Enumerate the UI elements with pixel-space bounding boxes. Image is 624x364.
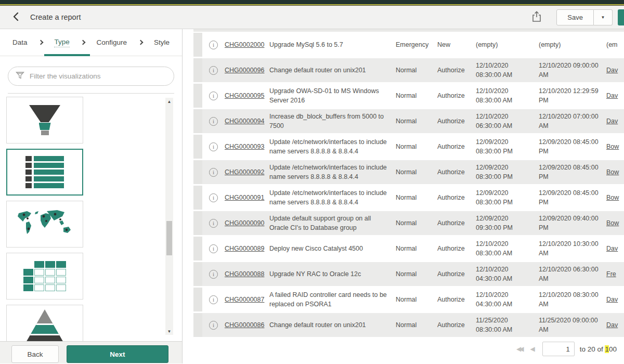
pagination-total: 00 (609, 345, 617, 353)
assigned-to-cell-truncated[interactable]: Bow (606, 186, 624, 210)
assigned-to-cell-truncated[interactable]: Bow (606, 211, 624, 235)
row-edge-strip (193, 135, 202, 159)
change-number-link[interactable]: CHG0000087 (225, 296, 264, 303)
assigned-to-cell-truncated[interactable]: Dav (606, 313, 624, 337)
planned-start-cell: 12/10/2020 08:30:00 AM (476, 84, 539, 108)
report-preview-area: i CHG0002000 Upgrade MySql 5.6 to 5.7 Em… (183, 29, 624, 363)
change-number-link[interactable]: CHG0000094 (225, 118, 264, 125)
run-button-partial[interactable] (618, 9, 624, 25)
assigned-to-cell-truncated[interactable]: Dav (606, 237, 624, 261)
info-icon[interactable]: i (209, 244, 218, 253)
scroll-down-icon[interactable]: ▼ (165, 328, 173, 335)
share-button[interactable] (531, 10, 542, 24)
change-number-link[interactable]: CHG0000095 (225, 92, 264, 99)
planned-start-cell: 11/25/2020 08:30:00 AM (476, 313, 539, 337)
priority-cell: Normal (396, 186, 437, 210)
info-icon[interactable]: i (209, 219, 218, 228)
state-cell: Authorize (437, 58, 476, 82)
change-number-link[interactable]: CHG0000089 (225, 245, 264, 252)
assigned-to-cell-truncated[interactable]: Dav (606, 109, 624, 133)
viz-card-pyramid[interactable] (6, 305, 83, 341)
pagination: ◀◀ ◀ to 20 of 100 (514, 342, 617, 356)
change-number-link[interactable]: CHG0000088 (225, 270, 264, 278)
report-header: Create a report Save ▼ (0, 6, 624, 29)
row-edge-strip (193, 186, 202, 210)
priority-cell: Normal (396, 211, 437, 235)
assigned-to-cell-truncated[interactable]: Fre (606, 262, 624, 286)
table-row: i CHG0000087 A failed RAID controller ca… (193, 288, 624, 311)
state-cell: Authorize (437, 135, 476, 159)
short-description-cell: Upgrade NY RAC to Oracle 12c (269, 262, 396, 286)
pagination-range-text: to 20 of 100 (580, 345, 617, 353)
table-row: i CHG0000086 Change default router on un… (193, 313, 624, 337)
assigned-to-cell-truncated[interactable]: Dav (606, 84, 624, 108)
priority-cell: Normal (396, 84, 437, 108)
table-row: i CHG0000093 Update /etc/network/interfa… (193, 135, 624, 159)
change-number-link[interactable]: CHG0000096 (225, 67, 264, 74)
change-number-link[interactable]: CHG0000091 (225, 194, 264, 201)
viz-list-scrollbar[interactable]: ▲ ▼ (165, 98, 173, 335)
step-data[interactable]: Data (12, 38, 28, 46)
viz-card-world-map[interactable] (6, 201, 83, 248)
scrollbar-thumb[interactable] (166, 221, 172, 255)
visualization-list: ▲ ▼ (0, 94, 182, 341)
filter-input[interactable] (30, 72, 166, 80)
wizard-next-button[interactable]: Next (67, 345, 168, 363)
info-icon[interactable]: i (209, 193, 218, 202)
change-number-link[interactable]: CHG0000090 (225, 219, 264, 227)
assigned-to-cell-truncated[interactable]: Bow (606, 160, 624, 184)
viz-card-list[interactable] (6, 149, 83, 196)
planned-end-cell: 12/09/2020 09:40:00 PM (539, 211, 606, 235)
change-number-link[interactable]: CHG0000093 (225, 143, 264, 150)
previous-page-icon[interactable]: ◀ (528, 345, 537, 353)
row-edge-strip (193, 109, 202, 133)
change-number-link[interactable]: CHG0000086 (225, 321, 264, 329)
change-number-link[interactable]: CHG0000092 (225, 168, 264, 176)
wizard-steps: Data Type Configure Style (0, 29, 182, 56)
assigned-to-cell-truncated[interactable]: Bow (606, 135, 624, 159)
info-icon[interactable]: i (209, 295, 218, 304)
info-icon[interactable]: i (209, 117, 218, 126)
page-number-input[interactable] (542, 342, 575, 356)
info-icon[interactable]: i (209, 321, 218, 330)
back-button[interactable] (9, 10, 23, 24)
short-description-cell: Change default router on unix201 (269, 58, 396, 82)
short-description-cell: Upgrade MySql 5.6 to 5.7 (269, 33, 396, 57)
info-icon[interactable]: i (209, 168, 218, 177)
assigned-to-cell-truncated[interactable]: (em (606, 33, 624, 57)
state-cell: Authorize (437, 262, 476, 286)
pagination-total-highlight: 1 (605, 345, 609, 353)
table-header-sliver (193, 29, 624, 32)
step-configure[interactable]: Configure (97, 38, 127, 46)
heatmap-chart-icon (23, 261, 66, 291)
step-style[interactable]: Style (154, 38, 170, 46)
info-icon[interactable]: i (209, 270, 218, 279)
page-title: Create a report (30, 13, 81, 21)
assigned-to-cell-truncated[interactable]: Dav (606, 58, 624, 82)
state-cell: Authorize (437, 211, 476, 235)
viz-card-funnel[interactable] (6, 97, 83, 144)
table-body: i CHG0002000 Upgrade MySql 5.6 to 5.7 Em… (193, 33, 624, 337)
priority-cell: Normal (396, 288, 437, 311)
save-button[interactable]: Save (556, 9, 594, 25)
step-separator-chevron-icon (138, 40, 143, 45)
wizard-back-button[interactable]: Back (11, 345, 59, 363)
planned-start-cell: 12/10/2020 08:30:00 AM (476, 237, 539, 261)
short-description-cell: Update default support group on all Orac… (269, 211, 396, 235)
first-page-icon[interactable]: ◀◀ (514, 345, 524, 353)
back-chevron-icon (12, 12, 20, 23)
change-number-link[interactable]: CHG0002000 (225, 41, 264, 48)
info-icon[interactable]: i (209, 41, 218, 49)
viz-card-heatmap[interactable] (6, 253, 83, 300)
info-icon[interactable]: i (209, 92, 218, 100)
info-icon[interactable]: i (209, 66, 218, 75)
planned-end-cell: 12/10/2020 09:00:00 AM (539, 58, 606, 82)
save-dropdown-button[interactable]: ▼ (594, 9, 613, 25)
priority-cell: Normal (396, 313, 437, 337)
state-cell: New (437, 33, 476, 57)
planned-end-cell: 12/10/2020 10:30:00 AM (539, 237, 606, 261)
scroll-up-icon[interactable]: ▲ (165, 98, 173, 105)
assigned-to-cell-truncated[interactable]: Dav (606, 288, 624, 311)
info-icon[interactable]: i (209, 142, 218, 151)
step-type[interactable]: Type (54, 38, 69, 47)
